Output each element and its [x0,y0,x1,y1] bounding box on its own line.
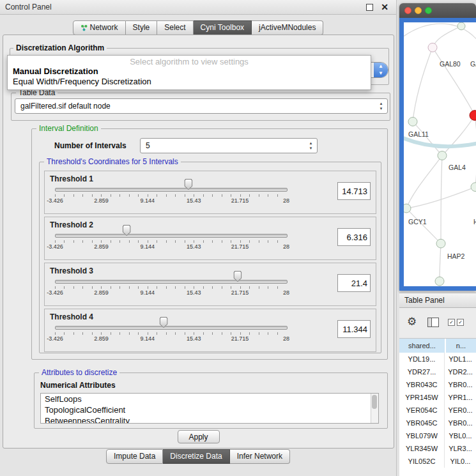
table-panel-header: Table Panel [399,293,476,308]
threshold-3-value-field[interactable] [337,274,371,292]
tab-infer-network[interactable]: Infer Network [230,449,290,464]
close-traffic-light-icon[interactable] [404,7,411,14]
tab-select-label: Select [164,21,185,35]
table-row[interactable]: YDL19...YDL1... [399,353,476,365]
checkbox-icon[interactable]: ✓ [457,319,464,326]
threshold-4-value-field[interactable] [337,320,371,338]
control-panel-titlebar[interactable]: Control Panel ✕ [0,0,396,15]
slider-track[interactable] [55,326,288,330]
column-chooser-icon[interactable] [427,318,439,327]
threshold-3-slider[interactable]: -3.426 2.859 9.144 15.43 21.715 28 [55,263,286,305]
table-row[interactable]: YBR043CYBR0... [399,378,476,391]
combo-stepper-icon[interactable]: ▲▼ [374,63,388,77]
table-row[interactable]: YBR045CYBR0... [399,417,476,429]
cell: YPR145W [399,391,445,404]
cell: YBR0... [445,417,476,429]
cell: YBL0... [445,429,476,442]
apply-button[interactable]: Apply [178,430,220,443]
table-data-combobox[interactable]: galFiltered.sif default node ▲▼ [15,98,388,114]
cell: YIL052C [399,455,445,468]
table-row[interactable]: YLR345WYLR3... [399,442,476,455]
cell: YDR2... [445,365,476,378]
threshold-2-value-field[interactable] [337,228,371,246]
scale-label: 21.715 [231,335,249,342]
threshold-1-value-field[interactable] [337,182,371,200]
float-window-icon[interactable] [366,4,373,11]
scale-label: 15.43 [187,289,201,296]
svg-text:HAP2: HAP2 [447,253,465,260]
dropdown-hint: Select algorithm to view settings [8,57,371,66]
zoom-traffic-light-icon[interactable] [425,7,432,14]
table-data-value: galFiltered.sif default node [20,99,111,113]
list-item[interactable]: BetweennessCentrality [41,415,378,424]
combo-arrows-icon: ▲▼ [308,141,314,151]
combo-arrows-icon: ▲▼ [378,101,384,111]
list-scrollbar[interactable] [371,394,378,423]
slider-ticks [55,194,286,197]
minimize-traffic-light-icon[interactable] [415,7,422,14]
scale-label: 2.859 [94,243,109,250]
numerical-attributes-list[interactable]: SelfLoops TopologicalCoefficient Between… [40,393,379,424]
tab-select[interactable]: Select [157,20,193,35]
num-intervals-value: 5 [146,139,150,153]
slider-scale: -3.426 2.859 9.144 15.43 21.715 28 [55,197,286,204]
slider-ticks [55,240,286,243]
cell: YBR0... [445,378,476,391]
tab-impute-data[interactable]: Impute Data [106,449,163,464]
slider-track[interactable] [55,188,288,192]
scrollbar-thumb[interactable] [372,395,377,409]
scale-label: 28 [283,243,289,250]
right-panel: GAL80GAL7GAL11GAL4GCY1HHAP2 Table Panel … [399,0,476,476]
threshold-2-panel: Threshold 2 -3.426 2.859 9.144 15.43 21.… [44,217,376,260]
threshold-4-slider[interactable]: -3.426 2.859 9.144 15.43 21.715 28 [55,309,286,351]
list-item[interactable]: TopologicalCoefficient [41,404,378,415]
tab-style[interactable]: Style [126,20,158,35]
scale-label: 21.715 [231,243,249,250]
table-toolbar: ⚙ ✓ ✓ [399,308,476,339]
column-header-name[interactable]: n... [446,339,476,353]
scale-label: -3.426 [47,197,63,204]
cell: YBR045C [399,417,445,429]
scale-label: 15.43 [187,197,201,204]
gear-icon[interactable]: ⚙ [407,316,417,328]
table-row[interactable]: YPR145WYPR1... [399,391,476,404]
network-canvas[interactable]: GAL80GAL7GAL11GAL4GCY1HHAP2 [404,22,476,286]
num-intervals-combobox[interactable]: 5 ▲▼ [140,138,318,153]
table-row[interactable]: YIL052CYIL0... [399,455,476,468]
network-graph-svg[interactable]: GAL80GAL7GAL11GAL4GCY1HHAP2 [404,22,476,286]
svg-text:GAL80: GAL80 [440,61,461,68]
table-row[interactable]: YDR27...YDR2... [399,365,476,378]
threshold-1-slider[interactable]: -3.426 2.859 9.144 15.43 21.715 28 [55,171,286,213]
tab-impute-data-label: Impute Data [114,450,155,463]
table-row[interactable]: YBL079WYBL0... [399,429,476,442]
algorithm-group-title: Discretization Algorithm [13,43,107,52]
cell: YER054C [399,404,445,417]
svg-text:GAL7: GAL7 [470,61,476,68]
cyni-toolbox-panel: Discretization Algorithm ▲▼ Select algor… [3,35,394,449]
slider-ticks [55,332,286,335]
table-row[interactable]: YER054CYER0... [399,404,476,417]
list-item[interactable]: SelfLoops [41,394,378,404]
column-header-shared-name[interactable]: shared... [399,339,446,353]
tab-jactivemodules[interactable]: jActiveMNodules [252,20,323,35]
algorithm-dropdown-popup: Select algorithm to view settings Manual… [7,55,371,90]
cell: YER0... [445,404,476,417]
close-icon[interactable]: ✕ [381,1,388,13]
slider-track[interactable] [55,280,288,284]
network-selection-frame: GAL80GAL7GAL11GAL4GCY1HHAP2 [399,18,476,291]
num-intervals-label: Number of Intervals [54,141,127,150]
threshold-3-panel: Threshold 3 -3.426 2.859 9.144 15.43 21.… [44,263,376,306]
slider-track[interactable] [55,234,288,238]
cell: YLR345W [399,442,445,455]
tab-network[interactable]: Network [73,20,126,35]
dropdown-option-manual[interactable]: Manual Discretization [8,66,371,77]
network-window-titlebar[interactable] [399,3,476,18]
slider-scale: -3.426 2.859 9.144 15.43 21.715 28 [55,335,286,342]
threshold-2-slider[interactable]: -3.426 2.859 9.144 15.43 21.715 28 [55,217,286,259]
checkbox-icon[interactable]: ✓ [448,319,455,326]
screenshot-root: Control Panel ✕ Network Style Select Cyn… [0,0,476,476]
tab-cyni-toolbox[interactable]: Cyni Toolbox [194,20,252,35]
dropdown-option-equal-width[interactable]: Equal Width/Frequency Discretization [8,77,371,87]
tab-style-label: Style [133,21,150,35]
tab-discretize-data[interactable]: Discretize Data [163,449,229,464]
